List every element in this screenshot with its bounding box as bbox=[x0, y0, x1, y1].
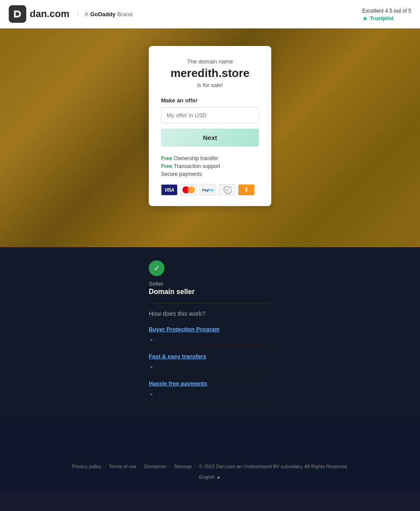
footer-dot-3: · bbox=[169, 464, 171, 469]
payment-icons: VISA PayPal ₿ bbox=[161, 184, 259, 196]
feature-secure-text: Secure payments bbox=[161, 171, 202, 177]
domain-name: meredith.store bbox=[161, 66, 259, 80]
seller-label: Seller bbox=[149, 280, 271, 287]
faq-fast-transfers-chevron-icon[interactable]: ⌄ bbox=[149, 362, 271, 369]
trustpilot-logo: ★ Trustpilot bbox=[362, 15, 411, 22]
faq-buyer-protection-chevron-icon[interactable]: ⌄ bbox=[149, 335, 271, 342]
divider bbox=[149, 303, 271, 303]
trustpilot-name: Trustpilot bbox=[370, 15, 394, 21]
offer-label: Make an offer bbox=[161, 97, 259, 104]
footer-dot-2: · bbox=[140, 464, 141, 469]
rating-text: Excellent 4.5 out of 5 bbox=[362, 8, 411, 14]
footer-dot-4: · bbox=[195, 464, 196, 469]
faq-fast-transfers-title[interactable]: Fast & easy transfers bbox=[149, 353, 271, 360]
next-button[interactable]: Next bbox=[161, 129, 259, 147]
mastercard-icon bbox=[180, 184, 197, 196]
header: dan.com A GoDaddy Brand Excellent 4.5 ou… bbox=[0, 0, 420, 28]
card-subtitle: The domain name bbox=[161, 58, 259, 65]
footer-dot-1: · bbox=[105, 464, 106, 469]
logo-container: dan.com bbox=[9, 5, 69, 23]
feature-transaction-text: Transaction support bbox=[174, 163, 220, 169]
main-background: The domain name meredith.store is for sa… bbox=[0, 28, 420, 247]
logo-text: dan.com bbox=[30, 8, 69, 20]
paypal-icon: PayPal bbox=[200, 184, 216, 196]
escrow-icon bbox=[219, 184, 235, 196]
faq-buyer-protection-title[interactable]: Buyer Protection Program bbox=[149, 326, 271, 332]
faq-hassle-free-chevron-icon[interactable]: ⌄ bbox=[149, 389, 271, 396]
trustpilot-area: Excellent 4.5 out of 5 ★ Trustpilot bbox=[362, 8, 411, 22]
feature-transaction: Free Transaction support bbox=[161, 163, 259, 169]
visa-icon: VISA bbox=[161, 184, 178, 196]
brand-name: GoDaddy bbox=[90, 11, 116, 18]
faq-item-hassle-free: Hassle free payments ⌄ bbox=[149, 380, 271, 400]
feature-ownership: Free Ownership transfer bbox=[161, 155, 259, 161]
bitcoin-icon: ₿ bbox=[238, 184, 255, 196]
feature-secure: Secure payments bbox=[161, 171, 259, 177]
footer-links: Privacy policy · Terms of use · Disclaim… bbox=[72, 462, 348, 482]
offer-card: The domain name meredith.store is for sa… bbox=[149, 46, 271, 206]
features-list: Free Ownership transfer Free Transaction… bbox=[161, 155, 259, 177]
footer-privacy-link[interactable]: Privacy policy bbox=[72, 464, 102, 469]
offer-input[interactable] bbox=[161, 107, 259, 123]
faq-hassle-free-title[interactable]: Hassle free payments bbox=[149, 380, 271, 387]
faq-item-fast-transfers: Fast & easy transfers ⌄ bbox=[149, 353, 271, 373]
brand-suffix: Brand bbox=[117, 11, 133, 18]
feature-ownership-text: Ownership transfer bbox=[174, 155, 218, 161]
footer-sitemap-link[interactable]: Sitemap bbox=[174, 464, 191, 469]
footer-copyright: © 2023 Dan.com an Undeveloped BV subsidi… bbox=[199, 464, 348, 469]
trustpilot-star-icon: ★ bbox=[362, 15, 368, 22]
footer-disclaimer-link[interactable]: Disclaimer bbox=[144, 464, 166, 469]
how-works-text: How does this work? bbox=[149, 310, 271, 317]
for-sale-text: is for sale! bbox=[161, 82, 259, 88]
bottom-content: ✓ Seller Domain seller How does this wor… bbox=[149, 260, 271, 407]
seller-name: Domain seller bbox=[149, 288, 271, 296]
dan-logo-icon bbox=[9, 5, 26, 23]
bottom-section: ✓ Seller Domain seller How does this wor… bbox=[0, 247, 420, 420]
feature-free-label-1: Free bbox=[161, 155, 172, 161]
feature-free-label-2: Free bbox=[161, 163, 172, 169]
footer-terms-link[interactable]: Terms of use bbox=[109, 464, 136, 469]
brand-prefix: A bbox=[84, 11, 88, 18]
faq-item-buyer-protection: Buyer Protection Program ⌄ bbox=[149, 326, 271, 346]
footer: Privacy policy · Terms of use · Disclaim… bbox=[0, 420, 420, 490]
godaddy-brand: A GoDaddy Brand bbox=[78, 11, 132, 18]
footer-language[interactable]: English ▲ bbox=[72, 473, 348, 482]
seller-check-icon: ✓ bbox=[149, 260, 164, 276]
